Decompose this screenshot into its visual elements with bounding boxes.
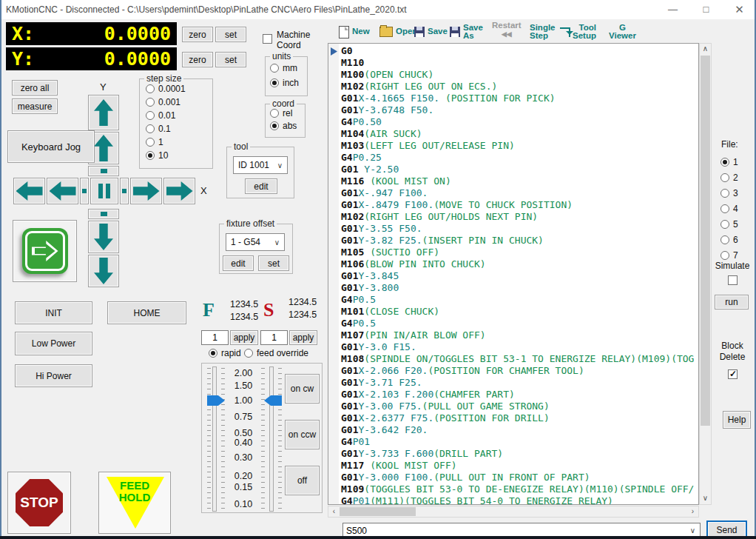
- gcode-line[interactable]: G01X-.8479 F100.(MOVE TO CHUCK POSITION): [341, 199, 698, 211]
- file-option-5[interactable]: 5: [720, 219, 738, 230]
- jog-x-plus-step-button[interactable]: [130, 178, 162, 204]
- toolbar-save-button[interactable]: Save: [414, 21, 448, 42]
- jog-x-plus-step-mark[interactable]: [120, 178, 129, 204]
- gcode-line[interactable]: G01Y-3.71 F25.: [341, 377, 698, 389]
- toolbar-new-button[interactable]: New: [339, 21, 370, 42]
- step-size-option[interactable]: 0.1: [146, 124, 186, 134]
- units-option-mm[interactable]: mm: [270, 63, 299, 73]
- keyboard-jog-button[interactable]: Keyboard Jog: [7, 130, 95, 163]
- file-option-1[interactable]: 1: [720, 157, 738, 167]
- coord-option-rel[interactable]: rel: [270, 108, 297, 118]
- jog-x-minus-fast-button[interactable]: [13, 178, 45, 204]
- gcode-line[interactable]: G01X-.947 F100.: [341, 187, 698, 199]
- units-option-inch[interactable]: inch: [270, 78, 299, 88]
- gcode-line[interactable]: G01X-2.066 F20.(POSITION FOR CHAMFER TOO…: [341, 365, 698, 377]
- zero-y-button[interactable]: zero: [182, 52, 213, 67]
- gcode-line[interactable]: G01 Y-2.50: [341, 164, 698, 175]
- gcode-line[interactable]: G01Y-3.0 F15.: [341, 341, 698, 353]
- home-button[interactable]: HOME: [107, 301, 186, 324]
- gcode-line[interactable]: M105 (SUCTIO OFF): [341, 247, 698, 258]
- override-option-rapid[interactable]: rapid: [209, 348, 241, 358]
- step-size-option[interactable]: 0.001: [146, 97, 186, 107]
- jog-y-minus-step-button[interactable]: [88, 221, 119, 253]
- low-power-button[interactable]: Low Power: [15, 332, 92, 355]
- step-size-option[interactable]: 10: [146, 150, 186, 161]
- close-button[interactable]: ✕: [723, 0, 756, 19]
- measure-button[interactable]: measure: [12, 98, 58, 114]
- gcode-line[interactable]: M106(BLOW PIN INTO CHUCK): [341, 258, 698, 270]
- step-size-option[interactable]: 1: [146, 137, 186, 147]
- gcode-line[interactable]: G01Y-3.845: [341, 270, 698, 282]
- feed-hold-button[interactable]: FEED HOLD: [98, 472, 171, 534]
- toolbar-g-viewer-button[interactable]: G Viewer: [609, 21, 636, 42]
- jog-pause-button[interactable]: [90, 178, 118, 204]
- fixture-set-button[interactable]: set: [258, 255, 289, 271]
- gcode-line[interactable]: M108(SPINDLE ON/TOGGLES BIT 53-1 TO ENER…: [341, 353, 698, 365]
- jog-x-minus-step-mark[interactable]: [80, 178, 89, 204]
- toolbar-single-step-button[interactable]: Single Step: [530, 21, 570, 42]
- gcode-line[interactable]: G01Y-3.82 F25.(INSERT PIN IN CHUCK): [341, 235, 698, 247]
- scroll-left-icon[interactable]: ‹: [328, 506, 340, 518]
- gcode-line[interactable]: G4P0.50: [341, 116, 698, 128]
- spindle-on-ccw-button[interactable]: on ccw: [285, 420, 320, 449]
- gcode-line[interactable]: M107(PIN IN/AIR BLOW OFF): [341, 329, 698, 341]
- gcode-line[interactable]: M103(LEFT LEG OUT/RELEASE PIN): [341, 140, 698, 152]
- speed-override-input[interactable]: [260, 330, 288, 345]
- gcode-line[interactable]: G01Y-3.000 F100.(PULL OUT IN FRONT OF PA…: [341, 472, 698, 483]
- toolbar-save-as-button[interactable]: Save As: [450, 21, 483, 42]
- rapid-override-slider[interactable]: [212, 366, 217, 512]
- tool-edit-button[interactable]: edit: [245, 178, 277, 194]
- minimize-button[interactable]: —: [656, 0, 689, 19]
- jog-x-plus-fast-button[interactable]: [163, 178, 195, 204]
- toolbar-restart-button[interactable]: Restart ◀◀: [492, 21, 522, 42]
- gcode-line[interactable]: G01Y-3.800: [341, 282, 698, 294]
- gcode-line[interactable]: M102(RIGHT LEG OUT ON ECS.): [341, 81, 698, 93]
- feed-override-input[interactable]: [201, 330, 229, 345]
- init-button[interactable]: INIT: [15, 301, 92, 324]
- jog-x-minus-step-button[interactable]: [47, 178, 78, 204]
- tool-select[interactable]: ID 1001 ∨: [233, 156, 288, 174]
- scroll-up-icon[interactable]: ∧: [700, 44, 711, 55]
- gcode-line[interactable]: M110: [341, 57, 698, 69]
- feed-apply-button[interactable]: apply: [230, 330, 258, 345]
- block-delete-checkbox[interactable]: [728, 369, 738, 381]
- gcode-line[interactable]: M117 (KOOL MIST OFF): [341, 460, 698, 472]
- horizontal-scroll-thumb[interactable]: [340, 507, 416, 516]
- gcode-line[interactable]: G4P01: [341, 436, 698, 448]
- cycle-start-button[interactable]: [13, 220, 77, 282]
- gcode-line[interactable]: M109(TOGGLES BIT 53-0 TO DE-ENEGIZE RELA…: [341, 483, 698, 495]
- machine-coord-checkbox[interactable]: [263, 34, 272, 46]
- feed-override-slider[interactable]: [269, 366, 274, 512]
- file-option-2[interactable]: 2: [720, 173, 738, 183]
- gcode-line[interactable]: G01Y-3.6748 F50.: [341, 104, 698, 116]
- override-option-feed[interactable]: feed override: [244, 348, 308, 358]
- zero-x-button[interactable]: zero: [182, 27, 213, 42]
- scroll-down-icon[interactable]: ∨: [700, 493, 711, 504]
- coord-option-abs[interactable]: abs: [270, 121, 297, 131]
- toolbar-open-button[interactable]: Open: [379, 21, 417, 42]
- jog-y-minus-step-mark[interactable]: [88, 209, 119, 219]
- gcode-line[interactable]: G4P0.25: [341, 152, 698, 164]
- hi-power-button[interactable]: Hi Power: [15, 364, 92, 387]
- maximize-button[interactable]: □: [689, 0, 723, 19]
- file-option-7[interactable]: 7: [720, 250, 738, 261]
- fixture-offset-select[interactable]: 1 - G54 ∨: [226, 233, 285, 251]
- file-option-4[interactable]: 4: [720, 204, 738, 214]
- gcode-line[interactable]: M102(RIGHT LEG OUT/HOLDS NEXT PIN): [341, 211, 698, 223]
- simulate-checkbox[interactable]: [728, 275, 738, 287]
- gcode-line[interactable]: G4P0.5: [341, 318, 698, 329]
- jog-y-plus-fast-button[interactable]: [88, 95, 119, 130]
- speed-apply-button[interactable]: apply: [289, 330, 317, 345]
- stop-button[interactable]: STOP: [7, 472, 71, 534]
- fixture-edit-button[interactable]: edit: [223, 255, 254, 271]
- gcode-line[interactable]: G01Y-3.55 F50.: [341, 223, 698, 235]
- step-size-option[interactable]: 0.01: [146, 110, 186, 121]
- toolbar-tool-setup-button[interactable]: Tool Setup: [573, 21, 596, 42]
- gcode-line[interactable]: M101(CLOSE CHUCK): [341, 306, 698, 318]
- gcode-line[interactable]: G01Y-3.642 F20.: [341, 424, 698, 436]
- gcode-line[interactable]: G01X-4.1665 F150. (POSITION FOR PICK): [341, 93, 698, 104]
- gcode-line[interactable]: G01Y-3.00 F75.(PULL OUT GAME STRONG): [341, 401, 698, 412]
- gcode-line[interactable]: M100(OPEN CHUCK): [341, 69, 698, 81]
- spindle-on-cw-button[interactable]: on cw: [285, 374, 320, 404]
- editor-vertical-scrollbar[interactable]: ∧ ∨: [699, 43, 712, 505]
